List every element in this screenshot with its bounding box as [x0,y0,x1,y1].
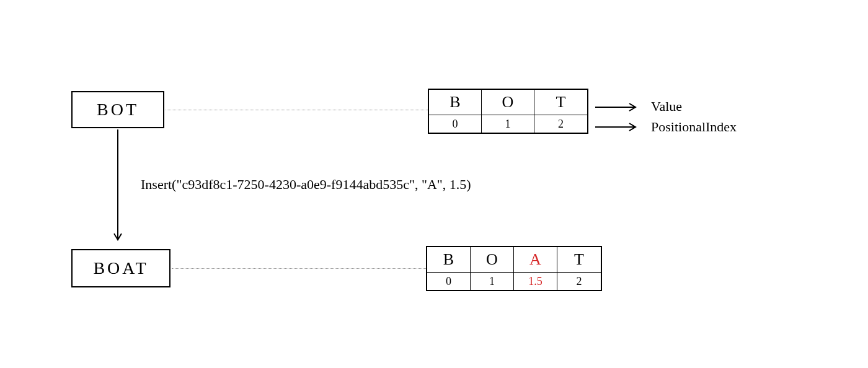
arrow-to-value [595,101,645,113]
label-positional-index: PositionalIndex [651,119,737,135]
table-value-cell: B [429,90,482,115]
table-value-cell: O [482,90,534,115]
table-index-cell: 1 [482,115,534,133]
label-value: Value [651,99,682,115]
table-index-cell: 2 [557,273,601,290]
arrow-before-to-after [112,129,124,247]
dotted-connector-before [166,110,428,110]
word-box-after: BOAT [71,249,170,287]
table-value-cell: A [514,247,557,272]
dotted-connector-after [172,268,426,269]
table-before: BOT012 [428,89,588,134]
table-after: BOAT011.52 [426,246,602,291]
table-index-cell: 1.5 [514,273,557,290]
table-index-cell: 2 [534,115,587,133]
word-box-before: BOT [71,91,164,128]
table-value-cell: T [534,90,587,115]
table-value-cell: T [557,247,601,272]
arrow-to-index [595,121,645,133]
table-index-cell: 0 [427,273,471,290]
table-value-cell: O [471,247,514,272]
table-index-cell: 0 [429,115,482,133]
table-index-cell: 1 [471,273,514,290]
operation-text: Insert("c93df8c1-7250-4230-a0e9-f9144abd… [141,177,471,193]
table-value-cell: B [427,247,471,272]
